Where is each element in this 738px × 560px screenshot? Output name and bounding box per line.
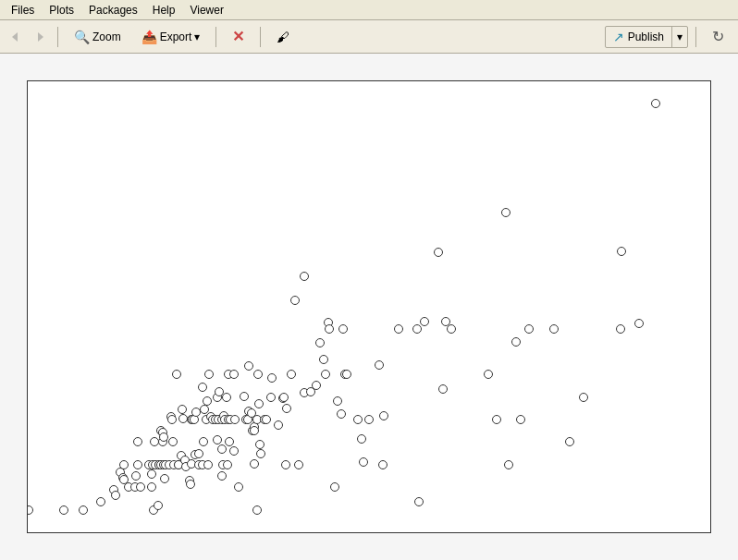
scatter-dot bbox=[262, 415, 271, 424]
scatter-dot bbox=[79, 505, 88, 515]
broom-icon: 🖌 bbox=[277, 30, 289, 44]
scatter-dot bbox=[438, 384, 448, 394]
zoom-button[interactable]: 🔍 Zoom bbox=[66, 26, 129, 48]
scatter-dot bbox=[338, 324, 348, 334]
scatter-dot bbox=[492, 415, 501, 424]
scatter-dot bbox=[549, 324, 559, 334]
scatter-dot bbox=[300, 272, 309, 281]
publish-arrow-icon: ▾ bbox=[677, 30, 683, 43]
scatter-dot bbox=[131, 471, 141, 481]
publish-group: ↗ Publish ▾ bbox=[605, 26, 688, 48]
scatter-dot bbox=[330, 482, 339, 492]
scatter-dot bbox=[255, 440, 264, 449]
scatter-dot bbox=[213, 435, 222, 444]
sep4 bbox=[695, 27, 696, 47]
scatter-dot bbox=[254, 399, 264, 408]
plot-container: dataset$tip dataset$total_bill 1086420 1… bbox=[0, 54, 738, 560]
scatter-dot bbox=[294, 460, 303, 469]
scatter-dot bbox=[342, 370, 351, 379]
scatter-dot bbox=[223, 460, 232, 469]
scatter-dot bbox=[379, 411, 388, 420]
menu-plots[interactable]: Plots bbox=[42, 2, 81, 18]
menu-bar: Files Plots Packages Help Viewer bbox=[0, 0, 738, 20]
scatter-dot bbox=[154, 501, 163, 510]
scatter-dot bbox=[27, 505, 33, 515]
scatter-dot bbox=[394, 324, 403, 334]
export-button[interactable]: 📤 Export ▾ bbox=[133, 26, 209, 48]
scatter-dot bbox=[617, 247, 626, 256]
scatter-dot bbox=[119, 460, 129, 469]
scatter-dot bbox=[266, 393, 276, 402]
scatter-dot bbox=[133, 437, 142, 446]
scatter-dot bbox=[199, 437, 208, 446]
scatter-dot bbox=[312, 381, 321, 390]
scatter-dot bbox=[59, 505, 68, 515]
scatter-dot bbox=[96, 497, 105, 506]
scatter-dot bbox=[147, 482, 156, 492]
menu-help[interactable]: Help bbox=[145, 2, 183, 18]
publish-main-button[interactable]: ↗ Publish bbox=[606, 27, 672, 47]
scatter-dot bbox=[447, 324, 456, 334]
scatter-dot bbox=[229, 370, 239, 379]
scatter-dot bbox=[186, 480, 195, 489]
forward-button[interactable] bbox=[30, 27, 50, 47]
scatter-dot bbox=[565, 437, 574, 446]
scatter-dot bbox=[250, 459, 259, 469]
scatter-dot bbox=[167, 415, 177, 424]
scatter-dot bbox=[281, 460, 290, 469]
export-label: Export bbox=[160, 30, 192, 43]
scatter-dot bbox=[198, 383, 207, 392]
scatter-dot bbox=[217, 471, 227, 481]
scatter-dot bbox=[501, 208, 510, 217]
close-button[interactable]: ✕ bbox=[224, 24, 252, 49]
scatter-dot bbox=[484, 370, 493, 379]
sep3 bbox=[260, 27, 261, 47]
chart-frame bbox=[27, 80, 711, 533]
scatter-dot bbox=[337, 409, 346, 419]
export-icon: 📤 bbox=[141, 30, 157, 44]
svg-marker-0 bbox=[12, 32, 18, 42]
scatter-dot bbox=[412, 324, 422, 334]
scatter-dot bbox=[287, 370, 296, 379]
scatter-dot bbox=[147, 469, 156, 479]
scatter-dot bbox=[420, 317, 429, 326]
scatter-dot bbox=[168, 437, 178, 446]
menu-packages[interactable]: Packages bbox=[81, 2, 145, 18]
scatter-dot bbox=[222, 393, 231, 402]
scatter-dot bbox=[333, 396, 342, 406]
scatter-dot bbox=[229, 446, 239, 456]
scatter-dot bbox=[616, 324, 625, 334]
scatter-dot bbox=[516, 415, 525, 424]
scatter-dot bbox=[136, 482, 145, 492]
scatter-dot bbox=[579, 393, 588, 402]
scatter-dot bbox=[290, 296, 300, 305]
export-arrow: ▾ bbox=[194, 30, 200, 43]
menu-viewer[interactable]: Viewer bbox=[182, 2, 230, 18]
scatter-dot bbox=[319, 355, 328, 364]
scatter-dot bbox=[230, 415, 240, 424]
menu-files[interactable]: Files bbox=[4, 2, 42, 18]
refresh-icon: ↻ bbox=[712, 28, 724, 45]
refresh-button[interactable]: ↻ bbox=[704, 24, 732, 49]
back-button[interactable] bbox=[6, 27, 26, 47]
sep2 bbox=[215, 27, 216, 47]
scatter-dot bbox=[160, 474, 169, 483]
scatter-dot bbox=[244, 361, 253, 371]
scatter-dot bbox=[240, 392, 249, 401]
scatter-dot bbox=[178, 405, 187, 414]
scatter-dot bbox=[378, 460, 387, 469]
scatter-dot bbox=[172, 370, 181, 379]
broom-button[interactable]: 🖌 bbox=[268, 26, 298, 48]
zoom-label: Zoom bbox=[92, 30, 121, 43]
scatter-dot bbox=[375, 360, 384, 370]
scatter-dot bbox=[252, 505, 262, 515]
publish-dropdown-arrow[interactable]: ▾ bbox=[672, 28, 687, 46]
scatter-dot bbox=[279, 393, 289, 402]
scatter-dot bbox=[434, 248, 443, 257]
scatter-dot bbox=[111, 491, 120, 500]
scatter-dot bbox=[524, 324, 534, 334]
scatter-dot bbox=[504, 460, 513, 469]
scatter-dot bbox=[204, 370, 214, 379]
scatter-dot bbox=[203, 396, 212, 406]
publish-label: Publish bbox=[628, 30, 664, 43]
